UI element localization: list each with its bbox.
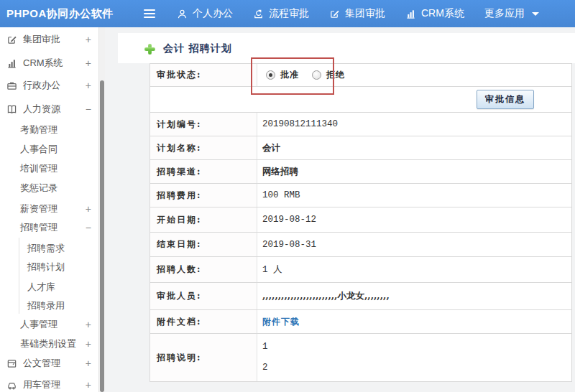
sidebar-item-group-approval[interactable]: 集团审批+ [0,32,98,47]
end-date-value: 2019-08-31 [257,233,571,256]
radio-approve-icon[interactable] [266,70,275,80]
sidebar-item-document-mgmt[interactable]: 公文管理+ [0,355,98,371]
sidebar-item-label: 考勤管理 [20,123,58,136]
sidebar-item-label: 人事合同 [20,143,58,156]
radio-reject-icon[interactable] [312,70,321,80]
nav-label: 个人办公 [193,7,233,20]
form-row-plan-number: 计划编号: 20190812111340 [150,113,571,136]
plus-icon [144,44,155,55]
approval-status-options: 批准 拒绝 [257,64,571,86]
collapse-icon[interactable]: − [86,220,91,235]
expand-icon[interactable]: + [86,377,91,392]
sidebar-item-attendance-mgmt[interactable]: 考勤管理 [0,122,98,138]
radio-approve[interactable]: 批准 [266,69,299,81]
recruit-plan-form: 审批状态: 批准 拒绝 审批信息 计划编号: 20190812111340 计划… [150,63,572,382]
form-row-description: 招聘说明: 1 2 [150,334,571,382]
nav-label: 更多应用 [484,7,525,20]
form-row-start-date: 开始日期: 2019-08-12 [150,207,571,233]
expand-icon[interactable]: + [86,201,91,217]
sidebar-item-training-mgmt[interactable]: 培训管理 [0,161,98,177]
sidebar-scrollbar-thumb[interactable] [100,80,104,392]
nav-personal-office[interactable]: 个人办公 [177,7,233,20]
radio-reject[interactable]: 拒绝 [312,69,345,81]
sidebar-item-label: CRM系统 [23,57,63,70]
page-title: 会计 招聘计划 [163,42,232,55]
plan-name-value: 会计 [257,136,571,159]
doc-icon [6,358,17,369]
nav-crm-system[interactable]: CRM系统 [405,7,464,20]
chart-icon [405,9,416,19]
chart-icon [6,58,17,69]
sidebar-item-human-resources[interactable]: 人力资源− [0,101,98,117]
start-date-value: 2019-08-12 [257,207,571,232]
sidebar-item-label: 公文管理 [23,357,60,370]
recruit-fee-value: 100 RMB [257,184,571,207]
approval-info-button[interactable]: 审批信息 [477,90,534,109]
form-row-headcount: 招聘人数: 1 人 [150,257,571,283]
form-row-end-date: 结束日期: 2019-08-31 [150,233,571,257]
sidebar-item-talent-pool[interactable]: 人才库 [0,279,98,295]
nav-label: 集团审批 [345,7,385,20]
sidebar-item-label: 招聘需求 [27,242,65,255]
sidebar-item-recruit-hire[interactable]: 招聘录用 [0,298,98,314]
expand-icon[interactable]: + [86,355,91,371]
expand-icon[interactable]: + [86,336,91,352]
sidebar-item-base-category-settings[interactable]: 基础类别设置+ [0,336,98,352]
approval-status-label: 审批状态: [150,64,257,86]
form-row-approval-status: 审批状态: 批准 拒绝 [150,64,571,87]
nav-label: CRM系统 [421,7,464,20]
hamburger-menu-icon[interactable] [142,8,157,19]
sidebar-item-vehicle-mgmt[interactable]: 用车管理+ [0,377,98,392]
sidebar-item-label: 招聘管理 [20,221,58,234]
sidebar-item-label: 薪资管理 [20,202,58,215]
description-value: 1 2 [257,334,571,381]
nav-group-approval[interactable]: 集团审批 [329,7,385,20]
sidebar-item-label: 人事管理 [20,318,58,331]
sidebar-menu: 集团审批+CRM系统+行政办公+人力资源−考勤管理人事合同培训管理奖惩记录薪资管… [0,27,98,392]
form-row-attachment: 附件文档: 附件下载 [150,310,571,334]
sidebar-item-label: 奖惩记录 [20,182,58,195]
expand-icon[interactable]: + [86,55,91,71]
edit-icon [329,9,340,19]
form-row-recruit-channel: 招聘渠道: 网络招聘 [150,160,571,184]
top-header: PHPOA协同办公软件 个人办公流程审批集团审批CRM系统更多应用 [0,0,575,28]
user-icon [177,9,188,19]
headcount-value: 1 人 [257,257,571,282]
expand-icon[interactable]: + [86,78,91,93]
expand-icon[interactable]: + [86,317,91,332]
sidebar-item-label: 行政办公 [23,79,60,92]
sidebar-item-personnel-mgmt[interactable]: 人事管理+ [0,317,98,332]
sidebar-item-admin-office[interactable]: 行政办公+ [0,78,98,93]
sidebar-item-crm-system[interactable]: CRM系统+ [0,55,98,71]
briefcase-icon [6,80,17,91]
nav-workflow-approval[interactable]: 流程审批 [253,7,309,20]
sidebar-item-label: 人力资源 [23,103,60,116]
workflow-icon [253,9,264,19]
sidebar-item-label: 集团审批 [23,33,60,46]
expand-icon[interactable]: + [86,32,91,47]
sidebar-item-label: 用车管理 [23,378,60,391]
sidebar-item-recruit-plan[interactable]: 招聘计划 [0,259,98,275]
plan-number-value: 20190812111340 [257,113,571,136]
sidebar-item-recruit-mgmt[interactable]: 招聘管理− [0,220,98,235]
app-title: PHPOA协同办公软件 [6,0,114,27]
form-row-approvers: 审批人员: ,,,,,,,,,,,,,,,,,,,,,,,,小龙女,,,,,,,… [150,283,571,310]
nav-more-apps[interactable]: 更多应用 [484,7,539,20]
book-icon [6,104,17,115]
collapse-icon[interactable]: − [86,101,91,117]
recruit-channel-value: 网络招聘 [257,160,571,183]
sidebar-item-salary-mgmt[interactable]: 薪资管理+ [0,201,98,217]
top-nav: 个人办公流程审批集团审批CRM系统更多应用 [142,0,539,27]
edit-icon [6,34,17,45]
sidebar-item-label: 招聘计划 [27,261,65,274]
title-band: 会计 招聘计划 [118,33,575,63]
form-row-plan-name: 计划名称: 会计 [150,136,571,160]
main-content: 会计 招聘计划 审批状态: 批准 拒绝 审批信息 计划编号: [105,27,575,392]
sidebar-item-label: 基础类别设置 [20,337,76,350]
caret-down-icon [532,12,539,16]
sidebar-item-recruit-demand[interactable]: 招聘需求 [0,241,98,256]
sidebar-item-hr-contracts[interactable]: 人事合同 [0,141,98,157]
attachment-download-link[interactable]: 附件下载 [262,316,300,328]
sidebar-item-reward-punish-records[interactable]: 奖惩记录 [0,180,98,196]
nav-label: 流程审批 [269,7,309,20]
